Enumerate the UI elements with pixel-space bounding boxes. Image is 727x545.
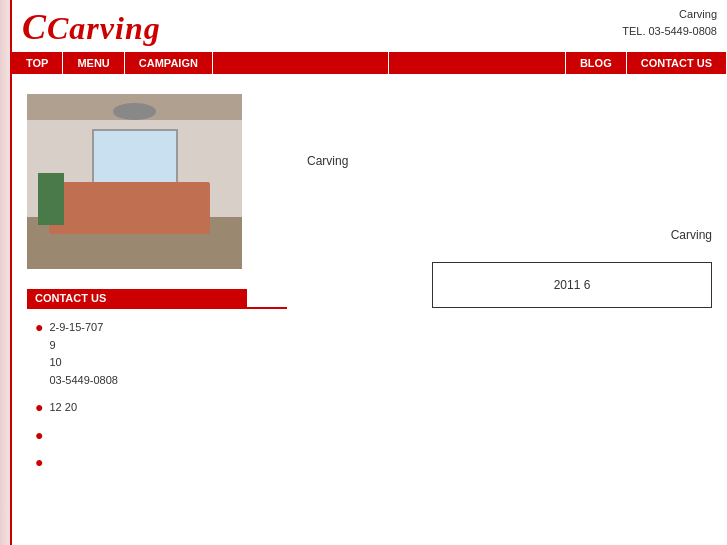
nav-spacer-2 xyxy=(389,52,566,74)
right-column: Carving Carving 2011 6 xyxy=(307,94,712,471)
extra-block-1: ● xyxy=(27,427,287,444)
room-photo xyxy=(27,94,242,269)
contact-phone: 03-5449-0808 xyxy=(49,372,118,390)
nav-contact-us[interactable]: CONTACT US xyxy=(627,52,727,74)
room-fan xyxy=(113,103,156,121)
nav-campaign[interactable]: CAMPAIGN xyxy=(125,52,213,74)
address-line3: 10 xyxy=(49,354,118,372)
logo-text: CCarving xyxy=(22,6,161,48)
site-header: CCarving Carving TEL. 03-5449-0808 xyxy=(12,0,727,52)
extra-block-2: ● xyxy=(27,454,287,471)
navigation-bar: TOP MENU CAMPAIGN BLOG CONTACT US xyxy=(12,52,727,74)
nav-blog[interactable]: BLOG xyxy=(566,52,627,74)
intro-text-1: Carving xyxy=(307,154,712,168)
extra-bullet-2: ● xyxy=(35,454,43,471)
intro-text-2: Carving xyxy=(307,228,712,242)
nav-menu[interactable]: MENU xyxy=(63,52,124,74)
hours-details: 12 20 xyxy=(49,399,77,417)
nav-spacer-1 xyxy=(213,52,390,74)
room-plant xyxy=(38,173,64,226)
hours-block: ● 12 20 xyxy=(27,399,287,417)
contact-header-label: CONTACT US xyxy=(27,289,247,307)
address-line1: 2-9-15-707 xyxy=(49,319,118,337)
contact-divider xyxy=(27,307,287,309)
hours-text: 12 20 xyxy=(49,399,77,417)
header-phone: TEL. 03-5449-0808 xyxy=(622,23,717,40)
news-box: 2011 6 xyxy=(432,262,712,308)
address-details: 2-9-15-707 9 10 03-5449-0808 xyxy=(49,319,118,389)
room-photo-inner xyxy=(27,94,242,269)
address-bullet: ● xyxy=(35,319,43,389)
site-logo[interactable]: CCarving xyxy=(22,6,161,48)
address-line2: 9 xyxy=(49,337,118,355)
contact-section: CONTACT US ● 2-9-15-707 9 10 03-5449-080… xyxy=(27,289,287,471)
hours-bullet: ● xyxy=(35,399,43,417)
left-column: CONTACT US ● 2-9-15-707 9 10 03-5449-080… xyxy=(27,94,287,471)
main-content: CONTACT US ● 2-9-15-707 9 10 03-5449-080… xyxy=(12,74,727,486)
extra-bullet-1: ● xyxy=(35,427,43,444)
nav-top[interactable]: TOP xyxy=(12,52,63,74)
address-block: ● 2-9-15-707 9 10 03-5449-0808 xyxy=(27,319,287,389)
room-simulation xyxy=(27,94,242,269)
logo-letter-c: C xyxy=(22,7,47,47)
header-contact-info: Carving TEL. 03-5449-0808 xyxy=(622,6,717,39)
header-site-name: Carving xyxy=(622,6,717,23)
room-bed xyxy=(49,182,210,235)
news-text: 2011 6 xyxy=(554,278,591,292)
left-border-decoration xyxy=(0,0,12,545)
logo-name: Carving xyxy=(47,10,161,46)
